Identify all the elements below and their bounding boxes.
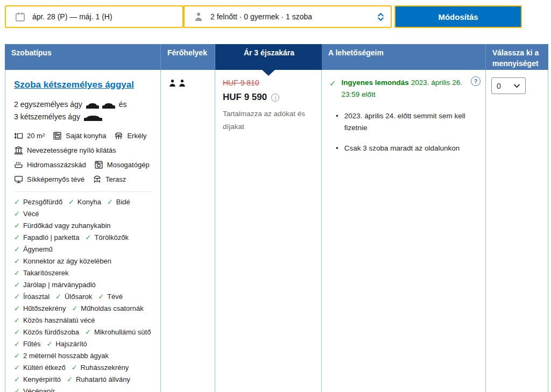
amenity-item: ✓Hajszárító: [46, 340, 87, 348]
check-icon: ✓: [72, 364, 77, 372]
sleeps-cell: [161, 70, 215, 392]
facility-item: Síkképernyős tévé: [14, 175, 84, 184]
amenity-item: ✓Fapadló | parketta: [14, 233, 79, 241]
amenity-item: ✓Fűtés: [14, 340, 40, 348]
chevron-down-icon: [513, 82, 520, 89]
amenity-item: ✓Járólap | márványpadló: [14, 281, 96, 289]
room-type-cell: Szoba kétszemélyes ággyal 2 egyszemélyes…: [5, 70, 161, 392]
amenity-item: ✓Fürdőkád vagy zuhanykabin: [14, 222, 111, 230]
taxes-note: Tartalmazza az adókat és díjakat: [223, 108, 310, 133]
check-icon: ✓: [14, 293, 20, 301]
check-icon: ✓: [329, 77, 336, 100]
facility-item: Terasz: [93, 175, 126, 184]
check-icon: ✓: [55, 293, 61, 301]
table-row: Szoba kétszemélyes ággyal 2 egyszemélyes…: [5, 70, 548, 392]
conditions-list: • 2023. április 24. előtt semmit sem kel…: [329, 110, 480, 154]
help-icon[interactable]: ?: [471, 76, 481, 86]
check-icon: ✓: [85, 233, 91, 241]
kitchen-icon: [53, 131, 62, 140]
free-cancellation-line: ✓ Ingyenes lemondás 2023. április 26. 23…: [329, 77, 480, 100]
adult-icon: [178, 79, 186, 87]
amenity-item: ✓Törölközők: [85, 233, 128, 241]
check-icon: ✓: [14, 245, 20, 253]
check-icon: ✓: [67, 375, 73, 383]
quantity-cell: 0: [486, 70, 548, 392]
choices-cell: ✓ Ingyenes lemondás 2023. április 26. 23…: [322, 70, 486, 392]
check-icon: ✓: [14, 352, 20, 360]
bullet-icon: •: [336, 142, 338, 154]
facility-item: Mosogatógép: [94, 160, 150, 169]
amenity-item: ✓Pezsgőfürdő: [14, 198, 62, 206]
header-price: Ár 3 éjszakára: [215, 44, 322, 70]
facility-item: Erkély: [114, 131, 146, 140]
amenity-item: ✓Kenyérpirító: [14, 375, 61, 383]
amenity-item: ✓Ruhatartó állvány: [67, 375, 130, 383]
occupancy-label: 2 felnőtt · 0 gyermek · 1 szoba: [210, 12, 312, 21]
amenity-item: ✓Vécé: [14, 210, 39, 218]
check-icon: ✓: [72, 304, 77, 312]
amenity-item: ✓Mikrohullámú sütő: [85, 328, 151, 336]
hot-tub-icon: [14, 160, 23, 169]
flatscreen-tv-icon: [14, 175, 23, 184]
select-arrows-icon: [377, 12, 384, 22]
adult-icon: [168, 79, 176, 87]
check-icon: ✓: [14, 304, 20, 312]
condition-item: • Csak 3 szoba maradt az oldalunkon: [329, 142, 480, 154]
date-range-label: ápr. 28 (P) — máj. 1 (H): [32, 12, 112, 21]
table-header-row: Szobatípus Férőhelyek Ár 3 éjszakára A l…: [5, 44, 548, 70]
check-icon: ✓: [85, 328, 91, 336]
check-icon: ✓: [14, 328, 20, 336]
amenity-item: ✓Vécépapír: [14, 387, 55, 392]
date-range-field[interactable]: ápr. 28 (P) — máj. 1 (H): [5, 5, 183, 28]
amenity-item: ✓Tévé: [98, 293, 123, 301]
condition-item: • 2023. április 24. előtt semmit sem kel…: [329, 110, 480, 133]
check-icon: ✓: [98, 293, 104, 301]
check-icon: ✓: [14, 269, 20, 277]
check-icon: ✓: [107, 198, 113, 206]
facility-list: 20 m² Saját konyha: [14, 131, 153, 184]
occupancy-field[interactable]: 2 felnőtt · 0 gyermek · 1 szoba: [183, 5, 392, 28]
check-icon: ✓: [68, 198, 74, 206]
amenity-item: ✓Ruhásszekrény: [72, 364, 129, 372]
amenity-item: ✓Hűtőszekrény: [14, 304, 66, 312]
amenity-item: ✓2 méternél hosszabb ágyak: [14, 352, 109, 360]
beds-summary: 2 egyszemélyes ágy és 3 kétszemélyes ágy: [14, 98, 153, 123]
check-icon: ✓: [46, 340, 52, 348]
check-icon: ✓: [14, 364, 20, 372]
landmark-view-icon: [14, 146, 23, 155]
price-cell: HUF 9 810 HUF 9 590 i Tartalmazza az adó…: [215, 70, 322, 392]
room-size-icon: [14, 131, 23, 140]
check-icon: ✓: [14, 281, 20, 289]
room-name-link[interactable]: Szoba kétszemélyes ággyal: [14, 80, 134, 90]
facility-item: Saját konyha: [53, 131, 106, 140]
check-icon: ✓: [14, 375, 20, 383]
old-price: HUF 9 810: [223, 79, 315, 87]
check-icon: ✓: [14, 233, 20, 241]
amenity-item: ✓Bidé: [107, 198, 130, 206]
bullet-icon: •: [336, 110, 338, 133]
quantity-select[interactable]: 0: [491, 77, 526, 94]
header-sleeps: Férőhelyek: [161, 44, 215, 70]
double-bed-icon: [83, 113, 103, 122]
amenity-item: ✓Műholdas csatornák: [72, 304, 143, 312]
check-icon: ✓: [14, 340, 20, 348]
info-icon[interactable]: i: [271, 94, 279, 102]
amenity-item: ✓Íróasztal: [14, 293, 50, 301]
facility-item: Nevezetességre nyíló kilátás: [14, 146, 116, 155]
amenity-item: ✓Takarítószerek: [14, 269, 68, 277]
modify-button[interactable]: Módosítás: [394, 5, 522, 28]
person-icon: [194, 12, 203, 22]
dishwasher-icon: [94, 160, 103, 169]
amenity-item: ✓Közös fürdőszoba: [14, 328, 79, 336]
balcony-icon: [114, 131, 123, 140]
amenity-item: ✓Konnektor az ágy közelében: [14, 257, 111, 265]
check-icon: ✓: [14, 387, 20, 392]
single-bed-icon: [86, 101, 100, 109]
check-icon: ✓: [14, 210, 20, 218]
check-icon: ✓: [14, 257, 20, 265]
search-bar: ápr. 28 (P) — máj. 1 (H) 2 felnőtt · 0 g…: [5, 5, 551, 28]
calendar-icon: [15, 12, 25, 22]
amenity-item: ✓Kültéri étkező: [14, 364, 66, 372]
check-icon: ✓: [14, 316, 20, 324]
header-choices: A lehetőségeim: [322, 44, 486, 70]
